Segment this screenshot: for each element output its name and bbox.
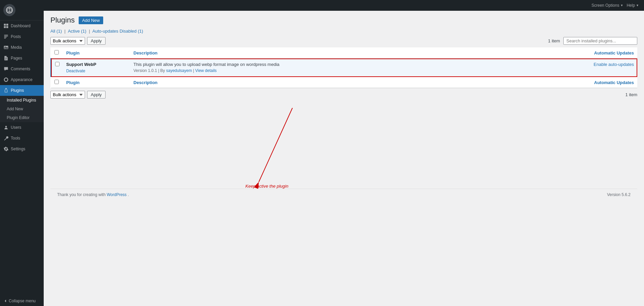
table-wrapper: Plugin Description Automatic Updates [50,47,637,189]
sidebar-item-label: Tools [11,136,20,141]
tf-auto-updates: Automatic Updates [583,77,637,88]
sidebar-item-label: Comments [11,67,30,71]
comments-icon [3,66,9,72]
filter-sep-1: | [65,29,66,34]
footer-version: Version 5.6.2 [607,192,631,197]
sidebar-item-plugins[interactable]: Plugins [0,85,44,96]
filter-auto-updates-disabled-link[interactable]: Auto-updates Disabled (1) [92,29,143,34]
page-header: Plugins Add New [50,16,637,25]
sidebar-item-posts[interactable]: Posts [0,31,44,42]
sidebar-item-label: Settings [11,147,25,151]
plugins-submenu: Installed Plugins Add New Plugin Editor [0,96,44,122]
by-label: By [160,68,165,73]
sidebar: Dashboard Posts Media Pages Comments App… [0,0,44,306]
page-area: Plugins Add New All (1) | Active (1) | A… [44,11,644,306]
sidebar-item-settings[interactable]: Settings [0,144,44,154]
app-layout: Dashboard Posts Media Pages Comments App… [0,0,644,306]
footer-right: Version 5.6.2 [607,192,631,197]
sidebar-item-label: Appearance [11,77,33,82]
plugin-meta: Version 1.0.1 | By sayedulsayem | View d… [133,68,580,73]
plugin-description: This plugin will allow you to upload web… [133,62,580,67]
svg-rect-5 [6,26,8,28]
screen-options-button[interactable]: Screen Options ▼ [592,3,623,8]
bulk-actions-select-top[interactable]: Bulk actions Activate Deactivate Update … [50,37,85,45]
sidebar-item-media[interactable]: Media [0,42,44,53]
sidebar-item-appearance[interactable]: Appearance [0,74,44,85]
author-link[interactable]: sayedulsayem [166,68,192,73]
sidebar-item-dashboard[interactable]: Dashboard [0,21,44,31]
plugin-name: Support WebP [66,62,127,67]
sidebar-item-tools[interactable]: Tools [0,133,44,144]
page-title: Plugins [50,16,75,25]
keep-active-annotation: Keep active the plugin [245,184,288,189]
filter-all-label: All [50,29,55,34]
appearance-icon [3,77,9,82]
sidebar-sub-add-new[interactable]: Add New [3,105,44,113]
tf-description: Description [130,77,583,88]
top-toolbar: Bulk actions Activate Deactivate Update … [50,37,637,45]
media-icon [3,45,9,50]
add-new-button[interactable]: Add New [79,16,103,24]
sidebar-item-pages[interactable]: Pages [0,53,44,64]
bulk-actions-select-bottom[interactable]: Bulk actions Activate Deactivate Delete [50,91,85,99]
dashboard-icon [3,23,9,29]
search-input[interactable] [563,37,637,45]
filter-all-link[interactable]: All (1) [50,29,63,34]
th-plugin[interactable]: Plugin [63,47,130,59]
enable-auto-updates-link[interactable]: Enable auto-updates [594,62,634,67]
filter-active-link[interactable]: Active (1) [68,29,88,34]
footer-left: Thank you for creating with WordPress . [57,192,129,197]
help-chevron-icon: ▼ [636,4,639,7]
filter-active-count: 1 [82,29,85,34]
sidebar-sub-installed-plugins[interactable]: Installed Plugins [3,96,44,105]
plugin-checkbox[interactable] [55,62,59,66]
footer-period: . [128,192,129,197]
th-auto-updates: Automatic Updates [583,47,637,59]
select-all-checkbox-top[interactable] [54,50,59,54]
svg-rect-4 [4,26,6,28]
select-all-checkbox-bottom[interactable] [54,80,59,84]
apply-button-top[interactable]: Apply [87,37,106,45]
svg-rect-6 [4,46,8,49]
filter-auto-updates-label: Auto-updates Disabled [92,29,137,34]
sidebar-item-label: Pages [11,56,22,61]
deactivate-link[interactable]: Deactivate [66,69,85,73]
item-count-top: 1 item [548,38,560,43]
toolbar-right: 1 item [548,37,637,45]
collapse-icon [3,299,7,303]
topbar: Screen Options ▼ Help ▼ [44,0,644,11]
sidebar-logo [0,0,44,21]
apply-button-bottom[interactable]: Apply [87,91,106,99]
sidebar-item-users[interactable]: Users [0,122,44,133]
pages-icon [3,55,9,61]
plugin-name-cell: Support WebP Deactivate [63,59,130,77]
filter-auto-updates-count: 1 [139,29,142,34]
posts-icon [3,34,9,39]
help-label: Help [627,3,635,8]
sidebar-sub-plugin-editor[interactable]: Plugin Editor [3,113,44,122]
footer-thank-you: Thank you for creating with [57,192,106,197]
plugins-table-body: Support WebP Deactivate This plugin will… [51,59,637,77]
th-description: Description [130,47,583,59]
settings-icon [3,146,9,152]
table-header: Plugin Description Automatic Updates [51,47,637,59]
th-checkbox [51,47,63,59]
svg-rect-3 [6,24,8,26]
main-content: Screen Options ▼ Help ▼ Plugins Add New … [44,0,644,306]
tf-plugin: Plugin [63,77,130,88]
sidebar-item-comments[interactable]: Comments [0,64,44,74]
collapse-menu-button[interactable]: Collapse menu [0,296,44,306]
tools-icon [3,136,9,141]
annotation-arrow-svg [50,101,319,189]
plugins-table: Plugin Description Automatic Updates [50,47,637,88]
view-details-link[interactable]: View details [195,68,217,73]
bottom-toolbar-right: 1 item [626,92,637,97]
table-footer: Plugin Description Automatic Updates [51,77,637,88]
bottom-toolbar-left: Bulk actions Activate Deactivate Delete … [50,91,106,99]
footer-wordpress-link[interactable]: WordPress [107,192,126,197]
help-button[interactable]: Help ▼ [627,3,639,8]
tf-checkbox [51,77,63,88]
toolbar-left: Bulk actions Activate Deactivate Update … [50,37,106,45]
filter-all-count: 1 [58,29,60,34]
filter-active-label: Active [68,29,80,34]
